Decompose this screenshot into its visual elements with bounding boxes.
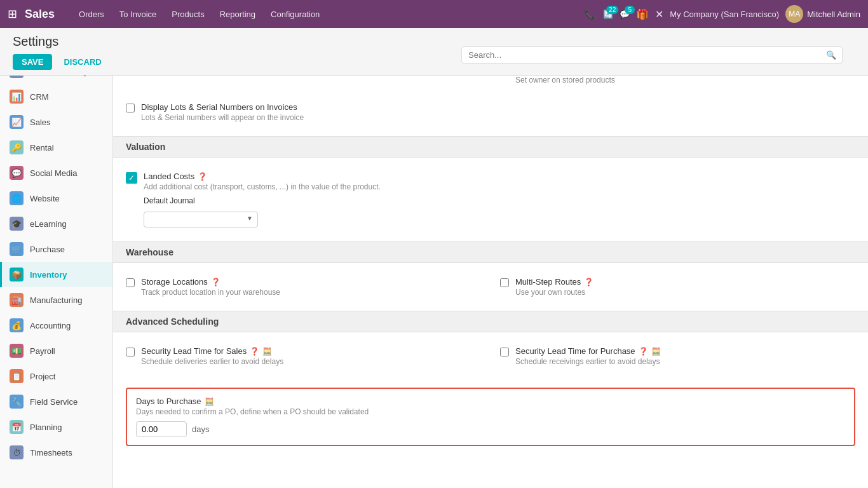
days-to-purchase-desc: Days needed to confirm a PO, define when… (136, 407, 845, 416)
sidebar-item-field-service[interactable]: 🔧 Field Service (0, 389, 112, 414)
storage-locations-checkbox[interactable] (126, 278, 135, 287)
rental-icon: 🔑 (10, 140, 24, 154)
sidebar-item-manufacturing[interactable]: 🏭 Manufacturing (0, 287, 112, 313)
journal-select-wrap: ▼ (144, 208, 258, 227)
landed-costs-help-icon[interactable]: ❓ (198, 172, 207, 181)
days-to-purchase-input[interactable] (136, 421, 187, 437)
phone-icon[interactable]: 📞 (584, 8, 597, 20)
landed-costs-checkbox[interactable]: ✓ (126, 172, 137, 184)
sales-icon: 📈 (10, 115, 24, 129)
menu-configuration[interactable]: Configuration (264, 7, 326, 22)
journal-select[interactable] (144, 212, 258, 227)
sidebar-item-project[interactable]: 📋 Project (0, 363, 112, 389)
landed-costs-item: ✓ Landed Costs ❓ Add additional cost (tr… (126, 168, 481, 231)
security-lead-purchase-item: Security Lead Time for Purchase ❓ 🧮 Sche… (500, 342, 855, 370)
elearning-icon: 🎓 (10, 217, 24, 231)
landed-costs-text: Landed Costs ❓ Add additional cost (tran… (144, 172, 481, 227)
sidebar-item-crm[interactable]: 📊 CRM (0, 84, 112, 109)
valuation-settings: ✓ Landed Costs ❓ Add additional cost (tr… (113, 158, 868, 241)
app-name: Sales (25, 8, 55, 21)
company-name: My Company (San Francisco) (670, 10, 779, 19)
display-lots-invoices-desc: Lots & Serial numbers will appear on the… (141, 113, 481, 122)
multi-step-routes-checkbox[interactable] (500, 278, 509, 287)
close-icon[interactable]: ✕ (655, 8, 663, 20)
menu-orders[interactable]: Orders (72, 7, 111, 22)
security-lead-purchase-text: Security Lead Time for Purchase ❓ 🧮 Sche… (515, 346, 855, 366)
menu-to-invoice[interactable]: To Invoice (113, 7, 163, 22)
main-layout: ⚙ General Settings 📊 CRM 📈 Sales 🔑 Renta… (0, 56, 868, 488)
display-lots-invoices-label: Display Lots & Serial Numbers on Invoice… (141, 102, 481, 112)
security-lead-purchase-label: Security Lead Time for Purchase ❓ 🧮 (515, 346, 855, 356)
user-menu[interactable]: MA Mitchell Admin (785, 5, 860, 23)
storage-locations-help-icon[interactable]: ❓ (211, 278, 220, 287)
chat-badge: 5 (625, 6, 635, 14)
security-lead-purchase-checkbox[interactable] (500, 348, 509, 356)
menu-reporting[interactable]: Reporting (214, 7, 262, 22)
sidebar-label-inventory: Inventory (30, 270, 67, 280)
storage-locations-label: Storage Locations ❓ (141, 277, 481, 287)
user-avatar: MA (785, 5, 803, 23)
days-to-purchase-wrapper: Days to Purchase 🧮 Days needed to confir… (113, 380, 868, 464)
security-lead-purchase-calc-icon: 🧮 (651, 347, 661, 356)
sidebar: ⚙ General Settings 📊 CRM 📈 Sales 🔑 Renta… (0, 56, 113, 488)
discard-button[interactable]: DISCARD (57, 54, 107, 70)
sidebar-label-field-service: Field Service (30, 397, 78, 407)
days-to-purchase-calc-icon: 🧮 (205, 397, 214, 406)
sidebar-item-inventory[interactable]: 📦 Inventory (0, 262, 112, 287)
calendar-badge-wrap[interactable]: 🔄 22 (603, 10, 613, 19)
sidebar-item-social-media[interactable]: 💬 Social Media (0, 160, 112, 186)
grid-icon[interactable]: ⊞ (8, 7, 17, 21)
days-to-purchase-label: Days to Purchase 🧮 (136, 396, 845, 406)
website-icon: 🌐 (10, 191, 24, 205)
gift-icon[interactable]: 🎁 (636, 8, 649, 20)
sidebar-item-website[interactable]: 🌐 Website (0, 186, 112, 211)
landed-costs-desc: Add additional cost (transport, customs,… (144, 182, 481, 191)
accounting-icon: 💰 (10, 318, 24, 332)
search-input[interactable] (461, 46, 843, 64)
sidebar-label-rental: Rental (30, 143, 54, 152)
sidebar-label-project: Project (30, 372, 55, 381)
top-navigation: ⊞ Sales Orders To Invoice Products Repor… (0, 0, 868, 28)
days-to-purchase-unit: days (192, 424, 209, 434)
project-icon: 📋 (10, 369, 24, 383)
sidebar-item-planning[interactable]: 📅 Planning (0, 414, 112, 440)
security-lead-sales-help-icon[interactable]: ❓ (250, 347, 259, 356)
security-lead-sales-item: Security Lead Time for Sales ❓ 🧮 Schedul… (126, 342, 481, 370)
multi-step-routes-desc: Use your own routes (515, 288, 855, 297)
security-lead-purchase-desc: Schedule receivings earlier to avoid del… (515, 357, 855, 366)
user-name: Mitchell Admin (807, 10, 860, 19)
multi-step-routes-help-icon[interactable]: ❓ (584, 278, 593, 287)
inventory-icon: 📦 (10, 268, 24, 281)
multi-step-routes-text: Multi-Step Routes ❓ Use your own routes (515, 277, 855, 297)
security-lead-purchase-help-icon[interactable]: ❓ (639, 347, 648, 356)
settings-actions: SAVE DISCARD (13, 54, 108, 75)
sidebar-item-sales[interactable]: 📈 Sales (0, 109, 112, 135)
sidebar-label-social-media: Social Media (30, 168, 77, 178)
main-content: Lots & Serial numbers will appear on the… (113, 56, 868, 488)
sidebar-item-purchase[interactable]: 🛒 Purchase (0, 236, 112, 262)
security-lead-sales-desc: Schedule deliveries earlier to avoid del… (141, 357, 481, 366)
page-title: Settings (13, 34, 108, 49)
sidebar-item-rental[interactable]: 🔑 Rental (0, 135, 112, 160)
payroll-icon: 💵 (10, 344, 24, 358)
purchase-icon: 🛒 (10, 242, 24, 256)
display-lots-invoices-item: Display Lots & Serial Numbers on Invoice… (126, 98, 481, 126)
manufacturing-icon: 🏭 (10, 293, 24, 307)
social-media-icon: 💬 (10, 166, 24, 180)
top-menu: Orders To Invoice Products Reporting Con… (72, 7, 579, 22)
sidebar-label-accounting: Accounting (30, 321, 71, 330)
storage-locations-item: Storage Locations ❓ Track product locati… (126, 273, 481, 301)
sidebar-item-timesheets[interactable]: ⏱ Timesheets (0, 440, 112, 465)
topnav-right: 📞 🔄 22 💬 5 🎁 ✕ My Company (San Francisco… (584, 5, 860, 23)
sidebar-item-accounting[interactable]: 💰 Accounting (0, 313, 112, 338)
security-lead-sales-checkbox[interactable] (126, 348, 135, 356)
security-lead-sales-label: Security Lead Time for Sales ❓ 🧮 (141, 346, 481, 356)
sidebar-label-payroll: Payroll (30, 346, 55, 356)
menu-products[interactable]: Products (165, 7, 210, 22)
sidebar-item-elearning[interactable]: 🎓 eLearning (0, 211, 112, 236)
display-lots-invoices-checkbox[interactable] (126, 104, 135, 112)
chat-badge-wrap[interactable]: 💬 5 (620, 10, 630, 19)
save-button[interactable]: SAVE (13, 54, 52, 70)
sidebar-item-payroll[interactable]: 💵 Payroll (0, 338, 112, 363)
sidebar-label-website: Website (30, 194, 60, 203)
